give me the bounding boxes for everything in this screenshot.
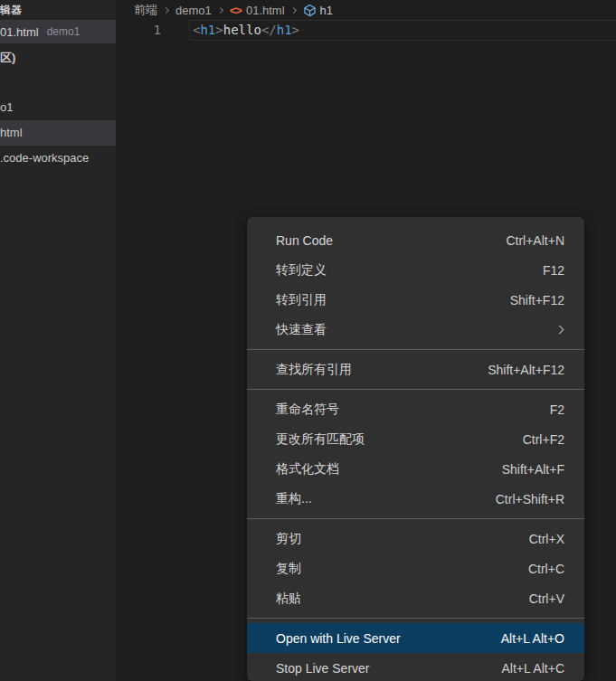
menu-separator — [247, 349, 584, 350]
menu-item-shortcut: Shift+Alt+F12 — [488, 363, 564, 377]
context-menu-item[interactable]: 复制 Ctrl+C — [247, 553, 584, 583]
breadcrumb: <> 前端 <> demo1 <> 01.html <> — [116, 0, 616, 20]
menu-item-label: 快速查看 — [276, 322, 556, 338]
menu-item-label: 复制 — [276, 561, 528, 577]
context-menu-item[interactable]: 转到定义 F12 — [247, 255, 584, 285]
code-token: h1 — [277, 23, 292, 37]
breadcrumb-item-label: demo1 — [175, 4, 212, 17]
context-menu-item[interactable]: 重构... Ctrl+Shift+R — [247, 484, 584, 514]
menu-separator — [247, 518, 584, 519]
context-menu-item[interactable]: 更改所有匹配项 Ctrl+F2 — [247, 424, 584, 454]
breadcrumb-item[interactable]: <> demo1 — [175, 4, 212, 17]
code-token: > — [215, 23, 223, 37]
sidebar-file-list: o1 html .code-workspace — [0, 95, 116, 171]
menu-item-shortcut: Shift+F12 — [510, 293, 564, 307]
file-item-label: o1 — [0, 100, 13, 114]
breadcrumb-item-label: h1 — [320, 4, 333, 17]
workspace-section-header[interactable]: 区) — [0, 49, 116, 67]
open-editor-file-folder: demo1 — [47, 25, 81, 38]
code-token: hello — [223, 23, 261, 37]
code-token: h1 — [200, 23, 215, 37]
menu-item-shortcut: Ctrl+C — [528, 562, 564, 576]
menu-item-shortcut: Ctrl+X — [529, 532, 564, 546]
menu-separator — [247, 618, 584, 619]
open-editor-file-name: 01.html — [0, 25, 39, 39]
menu-item-label: Stop Live Server — [276, 661, 501, 676]
chevron-right-icon — [217, 6, 223, 13]
context-menu-item[interactable]: 剪切 Ctrl+X — [247, 524, 584, 553]
menu-item-shortcut: Ctrl+F2 — [523, 432, 564, 447]
vscode-window: { "sidebar": { "open_editors_header": "辑… — [0, 0, 616, 681]
explorer-file-item[interactable]: o1 — [0, 95, 116, 120]
context-menu-item[interactable]: 粘贴 Ctrl+V — [247, 583, 584, 613]
menu-item-shortcut: F2 — [550, 402, 564, 417]
menu-item-shortcut: Ctrl+Alt+N — [506, 233, 564, 248]
context-menu-item[interactable]: 格式化文档 Shift+Alt+F — [247, 454, 584, 484]
menu-item-label: 粘贴 — [276, 591, 529, 607]
chevron-right-icon — [290, 6, 297, 13]
menu-item-shortcut: Shift+Alt+F — [502, 462, 564, 477]
breadcrumb-item[interactable]: <> h1 — [303, 4, 333, 17]
context-menu-item[interactable]: Run Code Ctrl+Alt+N — [247, 225, 584, 255]
menu-item-label: 更改所有匹配项 — [276, 431, 523, 448]
breadcrumb-item-label: 前端 — [134, 2, 157, 18]
code-token: > — [292, 23, 299, 37]
breadcrumb-item-label: 01.html — [246, 4, 285, 17]
html-code-icon: <> — [230, 4, 242, 17]
menu-item-label: 重命名符号 — [276, 402, 550, 418]
breadcrumb-item[interactable]: <> 前端 — [134, 2, 157, 18]
menu-item-label: 转到引用 — [276, 292, 510, 308]
menu-item-label: Run Code — [276, 233, 506, 248]
menu-item-label: Open with Live Server — [276, 631, 501, 646]
code-line[interactable]: <h1>hello</h1> — [193, 20, 299, 41]
menu-item-label: 格式化文档 — [276, 461, 502, 478]
context-menu-item[interactable]: 查找所有引用 Shift+Alt+F12 — [247, 355, 584, 384]
menu-item-shortcut: Ctrl+V — [529, 591, 564, 606]
menu-item-shortcut: Alt+L Alt+O — [501, 631, 564, 646]
menu-item-label: 查找所有引用 — [276, 362, 488, 378]
menu-separator — [247, 389, 584, 390]
breadcrumb-item[interactable]: <> 01.html — [230, 4, 285, 17]
explorer-sidebar: 辑器 01.html demo1 区) o1 html .code-worksp… — [0, 0, 116, 681]
explorer-file-item[interactable]: .code-workspace — [0, 146, 116, 171]
menu-item-shortcut: F12 — [543, 263, 564, 278]
menu-item-label: 转到定义 — [276, 262, 543, 279]
symbol-cube-icon — [303, 4, 317, 17]
line-number-gutter: 1 — [147, 20, 161, 41]
code-token: </ — [261, 23, 277, 37]
editor-context-menu: Run Code Ctrl+Alt+N 转到定义 F12 转到引用 Shift+… — [247, 217, 584, 681]
file-item-label: html — [0, 126, 23, 139]
open-editor-entry[interactable]: 01.html demo1 — [0, 20, 116, 43]
menu-item-shortcut: Ctrl+Shift+R — [496, 492, 564, 506]
file-item-label: .code-workspace — [0, 151, 89, 165]
open-editors-section-header[interactable]: 辑器 — [0, 1, 116, 19]
menu-item-label: 剪切 — [276, 531, 529, 547]
context-menu-item[interactable]: 重命名符号 F2 — [247, 394, 584, 424]
explorer-file-item[interactable]: html — [0, 120, 116, 146]
context-menu-item[interactable]: Stop Live Server Alt+L Alt+C — [247, 653, 584, 681]
submenu-chevron-icon — [555, 326, 564, 335]
context-menu-item[interactable]: 转到引用 Shift+F12 — [247, 285, 584, 315]
context-menu-item[interactable]: 快速查看 — [247, 315, 584, 345]
chevron-right-icon — [163, 6, 169, 13]
menu-item-shortcut: Alt+L Alt+C — [501, 661, 564, 676]
context-menu-item[interactable]: Open with Live Server Alt+L Alt+O — [247, 623, 584, 653]
menu-item-label: 重构... — [276, 491, 496, 507]
